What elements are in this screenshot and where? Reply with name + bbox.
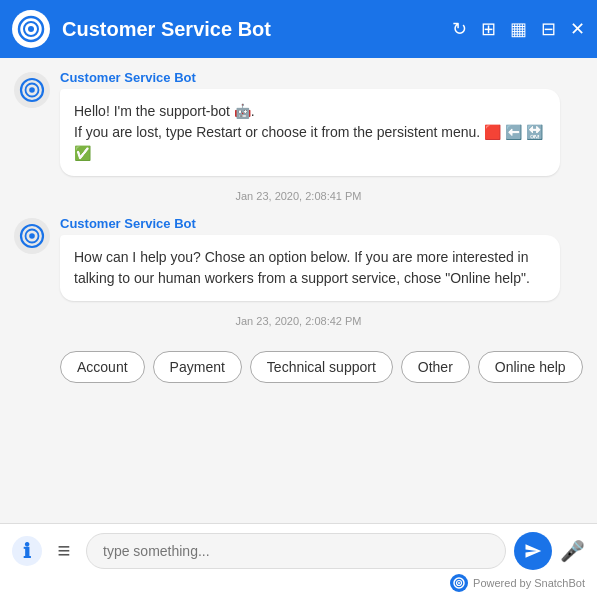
bot-logo [12, 10, 50, 48]
quick-reply-technical-support[interactable]: Technical support [250, 351, 393, 383]
grid-icon[interactable]: ⊞ [481, 18, 496, 40]
menu-icon[interactable]: ⊟ [541, 18, 556, 40]
quick-reply-payment[interactable]: Payment [153, 351, 242, 383]
avatar [14, 72, 50, 108]
send-button[interactable] [514, 532, 552, 570]
timestamp-1: Jan 23, 2020, 2:08:41 PM [14, 190, 583, 202]
info-icon[interactable]: ℹ [12, 536, 42, 566]
table-icon[interactable]: ▦ [510, 18, 527, 40]
quick-replies: Account Payment Technical support Other … [60, 351, 583, 383]
svg-point-11 [458, 582, 460, 584]
page-title: Customer Service Bot [62, 18, 452, 41]
mic-icon[interactable]: 🎤 [560, 539, 585, 563]
message-block-2: Customer Service Bot How can I help you?… [14, 216, 583, 301]
message-input[interactable] [86, 533, 506, 569]
timestamp-2: Jan 23, 2020, 2:08:42 PM [14, 315, 583, 327]
svg-point-2 [28, 26, 34, 32]
hamburger-icon[interactable]: ≡ [50, 537, 78, 565]
footer: ℹ ≡ 🎤 Powered by SnatchBot [0, 523, 597, 600]
snatchbot-logo [450, 574, 468, 592]
svg-point-8 [29, 233, 35, 239]
bubble-1: Hello! I'm the support-bot 🤖. If you are… [60, 89, 560, 176]
bubble-2: How can I help you? Chose an option belo… [60, 235, 560, 301]
quick-reply-account[interactable]: Account [60, 351, 145, 383]
message-block-1: Customer Service Bot Hello! I'm the supp… [14, 70, 583, 176]
input-row: ℹ ≡ 🎤 [12, 532, 585, 570]
chat-header: Customer Service Bot ↻ ⊞ ▦ ⊟ ✕ [0, 0, 597, 58]
close-icon[interactable]: ✕ [570, 18, 585, 40]
chat-area: Customer Service Bot Hello! I'm the supp… [0, 58, 597, 523]
avatar-2 [14, 218, 50, 254]
header-actions: ↻ ⊞ ▦ ⊟ ✕ [452, 18, 585, 40]
quick-reply-other[interactable]: Other [401, 351, 470, 383]
refresh-icon[interactable]: ↻ [452, 18, 467, 40]
svg-point-5 [29, 87, 35, 93]
message-content-2: Customer Service Bot How can I help you?… [60, 216, 583, 301]
message-content-1: Customer Service Bot Hello! I'm the supp… [60, 70, 583, 176]
quick-reply-online-help[interactable]: Online help [478, 351, 583, 383]
bot-name-1: Customer Service Bot [60, 70, 583, 85]
powered-by: Powered by SnatchBot [12, 574, 585, 592]
bot-name-2: Customer Service Bot [60, 216, 583, 231]
powered-by-text: Powered by SnatchBot [473, 577, 585, 589]
